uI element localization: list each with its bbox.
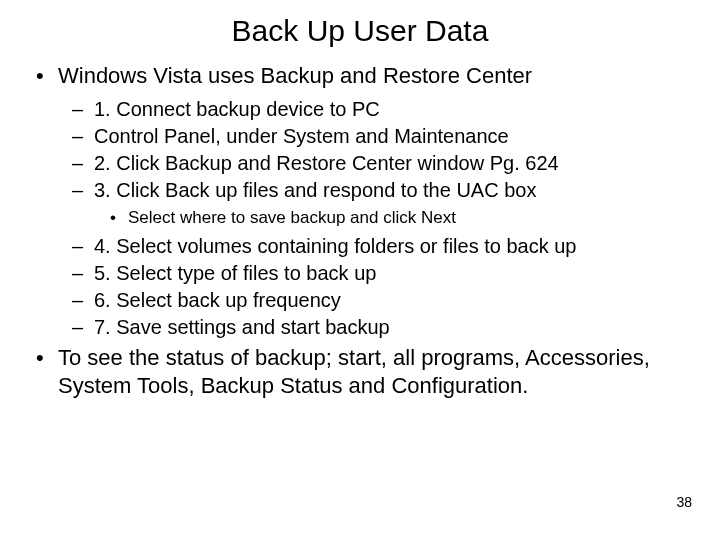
bullet-level2: – 3. Click Back up files and respond to … xyxy=(72,177,690,203)
bullet-text: Select where to save backup and click Ne… xyxy=(128,207,690,230)
dash-icon: – xyxy=(72,177,94,203)
bullet-level2: – 2. Click Backup and Restore Center win… xyxy=(72,150,690,176)
bullet-dot: • xyxy=(30,344,58,399)
bullet-level2: – Control Panel, under System and Mainte… xyxy=(72,123,690,149)
dash-icon: – xyxy=(72,233,94,259)
dash-icon: – xyxy=(72,287,94,313)
bullet-dot: • xyxy=(110,207,128,230)
bullet-level3: • Select where to save backup and click … xyxy=(110,207,690,230)
bullet-dot: • xyxy=(30,62,58,90)
slide-title: Back Up User Data xyxy=(30,14,690,48)
bullet-level2: – 4. Select volumes containing folders o… xyxy=(72,233,690,259)
dash-icon: – xyxy=(72,314,94,340)
bullet-level1: • To see the status of backup; start, al… xyxy=(30,344,690,399)
bullet-text: 6. Select back up frequency xyxy=(94,287,690,313)
dash-icon: – xyxy=(72,150,94,176)
dash-icon: – xyxy=(72,260,94,286)
bullet-text: 7. Save settings and start backup xyxy=(94,314,690,340)
bullet-level2: – 1. Connect backup device to PC xyxy=(72,96,690,122)
bullet-text: 2. Click Backup and Restore Center windo… xyxy=(94,150,690,176)
bullet-level2: – 6. Select back up frequency xyxy=(72,287,690,313)
bullet-text: Windows Vista uses Backup and Restore Ce… xyxy=(58,62,690,90)
bullet-text: 5. Select type of files to back up xyxy=(94,260,690,286)
dash-icon: – xyxy=(72,123,94,149)
bullet-text: 4. Select volumes containing folders or … xyxy=(94,233,690,259)
bullet-level2: – 7. Save settings and start backup xyxy=(72,314,690,340)
bullet-level1: • Windows Vista uses Backup and Restore … xyxy=(30,62,690,90)
bullet-text: 1. Connect backup device to PC xyxy=(94,96,690,122)
page-number: 38 xyxy=(676,494,692,510)
bullet-text: To see the status of backup; start, all … xyxy=(58,344,690,399)
bullet-level2: – 5. Select type of files to back up xyxy=(72,260,690,286)
bullet-text: 3. Click Back up files and respond to th… xyxy=(94,177,690,203)
dash-icon: – xyxy=(72,96,94,122)
bullet-text: Control Panel, under System and Maintena… xyxy=(94,123,690,149)
